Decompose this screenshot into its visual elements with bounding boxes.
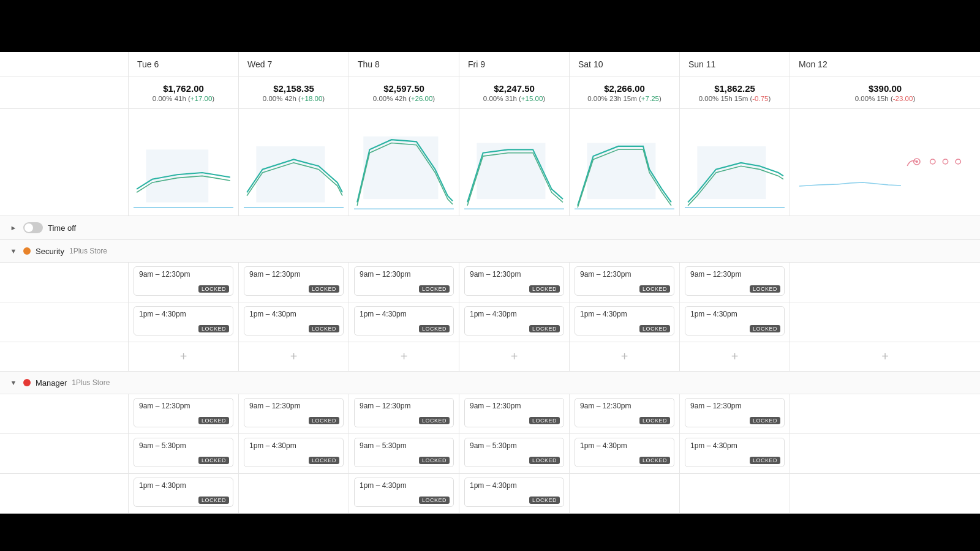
locked-badge: LOCKED [419,417,450,424]
shift-block[interactable]: 1pm – 4:30pm LOCKED [685,438,785,467]
shift-block[interactable]: 1pm – 4:30pm LOCKED [244,438,344,467]
security-add-wed7[interactable]: + [239,342,349,371]
security-row1-empty [0,263,129,302]
locked-badge: LOCKED [309,457,339,464]
shift-block[interactable]: 1pm – 4:30pm LOCKED [244,306,344,335]
summary-tue6: $1,762.00 0.00% 41h (+17.00) [129,77,239,108]
shift-block[interactable]: 9am – 12:30pm LOCKED [685,266,785,296]
shift-block[interactable]: 9am – 12:30pm LOCKED [464,266,564,296]
meta-sat10: 0.00% 23h 15m (+7.25) [578,95,671,102]
shift-block[interactable]: 1pm – 4:30pm LOCKED [354,478,454,507]
security-add-sun11[interactable]: + [680,342,790,371]
chart-empty [0,109,129,216]
manager-row2-tue6: 9am – 5:30pm LOCKED [129,434,239,473]
shift-time: 9am – 12:30pm [360,270,410,279]
shift-block[interactable]: 1pm – 4:30pm LOCKED [464,478,564,507]
security-add-tue6[interactable]: + [129,342,239,371]
locked-badge: LOCKED [419,285,450,293]
shift-block[interactable]: 9am – 12:30pm LOCKED [464,398,564,427]
svg-rect-6 [477,143,545,200]
shift-block[interactable]: 9am – 12:30pm LOCKED [685,398,785,427]
amount-fri9: $2,247.50 [468,83,560,94]
shift-block[interactable]: 1pm – 4:30pm LOCKED [354,306,454,335]
locked-badge: LOCKED [529,497,560,504]
svg-rect-4 [363,137,438,199]
shift-block[interactable]: 9am – 12:30pm LOCKED [134,398,233,427]
day-header-tue6: Tue 6 [129,52,239,77]
security-row1-fri9: 9am – 12:30pm LOCKED [459,263,570,302]
locked-badge: LOCKED [198,497,229,504]
shift-time: 1pm – 4:30pm [360,310,407,318]
time-off-section: ► Time off [0,216,980,240]
locked-badge: LOCKED [309,325,339,332]
security-add-sat10[interactable]: + [570,342,680,371]
svg-rect-8 [587,143,655,200]
amount-sun11: $1,862.25 [688,83,781,94]
locked-badge: LOCKED [639,285,670,293]
shift-block[interactable]: 1pm – 4:30pm LOCKED [134,478,233,507]
shift-block[interactable]: 1pm – 4:30pm LOCKED [464,306,564,335]
shift-block[interactable]: 9am – 12:30pm LOCKED [575,266,674,296]
security-add-fri9[interactable]: + [459,342,570,371]
manager-row2-sat10: 1pm – 4:30pm LOCKED [570,434,680,473]
manager-chevron[interactable]: ▼ [9,378,18,388]
shift-block[interactable]: 9am – 12:30pm LOCKED [134,266,233,296]
day-header-thu8: Thu 8 [349,52,459,77]
charts-row [0,109,980,216]
locked-badge: LOCKED [198,417,229,424]
chart-thu8 [349,109,459,216]
manager-row3-sat10 [570,474,680,513]
shift-block[interactable]: 1pm – 4:30pm LOCKED [575,438,674,467]
security-add-mon12[interactable]: + [790,342,980,371]
day-header-sat10: Sat 10 [570,52,680,77]
summary-row: $1,762.00 0.00% 41h (+17.00) $2,158.35 0… [0,77,980,109]
day-header-mon12: Mon 12 [790,52,980,77]
shift-time: 9am – 12:30pm [139,270,190,279]
svg-rect-10 [697,146,766,199]
shift-time: 1pm – 4:30pm [360,481,407,490]
security-row2-sun11: 1pm – 4:30pm LOCKED [680,302,790,342]
locked-badge: LOCKED [529,325,560,332]
security-store: 1Plus Store [69,247,107,255]
shift-block[interactable]: 1pm – 4:30pm LOCKED [134,306,233,335]
shift-time: 9am – 5:30pm [360,441,407,450]
shift-block[interactable]: 9am – 5:30pm LOCKED [464,438,564,467]
locked-badge: LOCKED [750,325,780,332]
security-chevron[interactable]: ▼ [9,246,18,256]
shift-time: 1pm – 4:30pm [139,481,186,490]
time-off-toggle[interactable] [23,222,43,233]
amount-mon12: $390.00 [799,83,971,94]
manager-row3-sun11 [680,474,790,513]
shift-block[interactable]: 1pm – 4:30pm LOCKED [685,306,785,335]
chart-sat10 [570,109,680,216]
shift-block[interactable]: 9am – 12:30pm LOCKED [575,398,674,427]
security-row1-tue6: 9am – 12:30pm LOCKED [129,263,239,302]
shift-block[interactable]: 9am – 12:30pm LOCKED [244,266,344,296]
security-row2-sat10: 1pm – 4:30pm LOCKED [570,302,680,342]
svg-point-14 [930,159,935,164]
summary-wed7: $2,158.35 0.00% 42h (+18.00) [239,77,349,108]
locked-badge: LOCKED [750,457,780,464]
manager-row1-tue6: 9am – 12:30pm LOCKED [129,394,239,433]
shift-block[interactable]: 9am – 12:30pm LOCKED [244,398,344,427]
shift-block[interactable]: 9am – 5:30pm LOCKED [354,438,454,467]
shift-block[interactable]: 9am – 12:30pm LOCKED [354,266,454,296]
security-row1-mon12 [790,263,980,302]
manager-row1-mon12 [790,394,980,433]
svg-point-15 [943,159,948,164]
shift-time: 9am – 12:30pm [690,402,741,410]
shift-time: 1pm – 4:30pm [470,310,517,318]
security-add-thu8[interactable]: + [349,342,459,371]
shift-block[interactable]: 9am – 5:30pm LOCKED [134,438,233,467]
security-label: Security [36,247,64,256]
security-row1-wed7: 9am – 12:30pm LOCKED [239,263,349,302]
locked-badge: LOCKED [639,457,670,464]
manager-row3-empty [0,474,129,513]
shift-block[interactable]: 9am – 12:30pm LOCKED [354,398,454,427]
time-off-chevron[interactable]: ► [9,223,18,233]
meta-wed7: 0.00% 42h (+18.00) [247,95,340,102]
summary-mon12: $390.00 0.00% 15h (-23.00) [790,77,980,108]
shift-time: 9am – 5:30pm [470,441,517,450]
shift-block[interactable]: 1pm – 4:30pm LOCKED [575,306,674,335]
meta-fri9: 0.00% 31h (+15.00) [468,95,560,102]
